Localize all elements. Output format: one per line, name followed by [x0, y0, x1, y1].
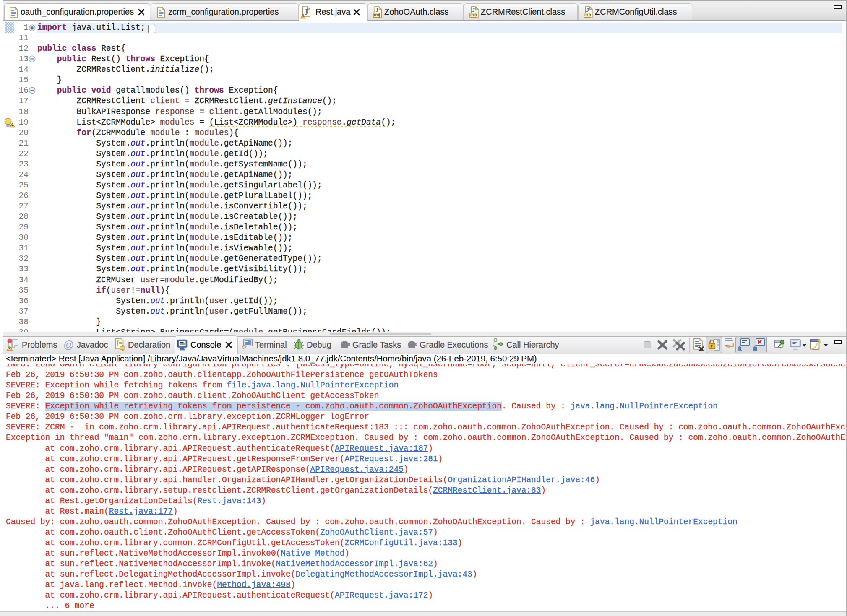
svg-text:010: 010: [374, 13, 380, 17]
svg-text:{=: {=: [117, 340, 122, 346]
svg-text:J: J: [305, 8, 308, 16]
svg-text:J: J: [586, 7, 589, 13]
svg-text:J: J: [376, 7, 379, 13]
svg-text:J: J: [472, 7, 475, 13]
svg-text:010: 010: [470, 13, 477, 17]
svg-text:010: 010: [584, 13, 591, 17]
